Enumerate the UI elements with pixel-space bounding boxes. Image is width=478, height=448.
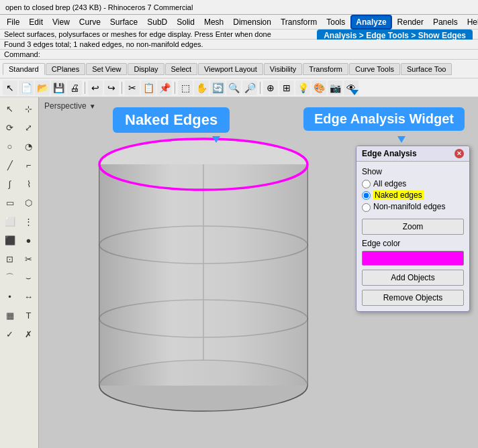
menu-transform[interactable]: Transform xyxy=(277,16,321,28)
menu-file[interactable]: File xyxy=(3,16,23,28)
lt-transform-icon[interactable]: ⟳ xyxy=(1,119,19,136)
menu-solid[interactable]: Solid xyxy=(173,16,199,28)
menu-panels[interactable]: Panels xyxy=(429,16,462,28)
edge-color-swatch[interactable] xyxy=(362,251,464,266)
menu-surface[interactable]: Surface xyxy=(106,16,142,28)
toolbar-open-icon[interactable]: 📂 xyxy=(35,80,50,95)
menu-help[interactable]: Help xyxy=(463,16,478,28)
lt-trim-icon[interactable]: ✂ xyxy=(20,250,38,268)
tab-select[interactable]: Select xyxy=(165,63,198,75)
toolbar-select-icon[interactable]: ⬚ xyxy=(178,80,193,95)
toolbar-zoom-icon[interactable]: 🔍 xyxy=(226,80,241,95)
toolbar-cut-icon[interactable]: ✂ xyxy=(125,80,140,95)
radio-nonmanifold-edges: Non-manifold edges xyxy=(362,202,464,213)
menu-tools[interactable]: Tools xyxy=(322,16,349,28)
toolbar-zoomin-icon[interactable]: 🔎 xyxy=(242,80,257,95)
widget-arrow xyxy=(397,136,405,143)
lt-line-icon[interactable]: ╱ xyxy=(1,156,19,174)
lt-row-5: ∫ ⌇ xyxy=(1,175,38,192)
lt-row-13: ✓ ✗ xyxy=(1,325,38,343)
lt-row-12: ▦ T xyxy=(1,306,38,324)
lt-surface-icon[interactable]: ⬜ xyxy=(1,213,19,230)
menu-subd[interactable]: SubD xyxy=(143,16,171,28)
lt-arc-icon[interactable]: ◔ xyxy=(20,137,38,155)
menu-edit[interactable]: Edit xyxy=(25,16,47,28)
remove-objects-button[interactable]: Remove Objects xyxy=(362,290,464,306)
lt-checkmark-icon[interactable]: ✓ xyxy=(1,325,19,343)
lt-circle-icon[interactable]: ○ xyxy=(1,137,19,155)
menu-view[interactable]: View xyxy=(48,16,74,28)
radio-all-input[interactable] xyxy=(362,180,371,188)
lt-rect-icon[interactable]: ▭ xyxy=(1,194,19,211)
toolbar-save-icon[interactable]: 💾 xyxy=(51,80,66,95)
menu-curve[interactable]: Curve xyxy=(75,16,105,28)
lt-curve-icon[interactable]: ∫ xyxy=(1,175,19,192)
toolbar-undo-icon[interactable]: ↩ xyxy=(88,80,103,95)
lt-scale-icon[interactable]: ⤢ xyxy=(20,119,38,136)
radio-nonmanifold-input[interactable] xyxy=(362,203,371,212)
lt-row-11: • ↔ xyxy=(1,288,38,305)
menu-render[interactable]: Render xyxy=(393,16,428,28)
menubar: File Edit View Curve Surface SubD Solid … xyxy=(0,15,478,30)
lt-point-icon[interactable]: • xyxy=(1,288,19,305)
lt-mesh-icon[interactable]: ⋮ xyxy=(20,213,38,230)
tab-display[interactable]: Display xyxy=(128,63,164,75)
viewport-dropdown[interactable]: ▼ xyxy=(89,103,96,110)
zoom-button[interactable]: Zoom xyxy=(362,219,464,235)
toolbar: Standard CPlanes Set View Display Select… xyxy=(0,60,478,78)
lt-text-icon[interactable]: T xyxy=(20,306,38,324)
tab-setview[interactable]: Set View xyxy=(86,63,127,75)
lt-blend-icon[interactable]: ⌣ xyxy=(20,269,38,286)
toolbar-print-icon[interactable]: 🖨 xyxy=(67,80,82,95)
tab-visibility[interactable]: Visibility xyxy=(264,63,303,75)
toolbar-pan-icon[interactable]: ✋ xyxy=(194,80,209,95)
titlebar: open to closed brep (243 KB) - Rhinocero… xyxy=(0,0,478,15)
lt-row-2: ⟳ ⤢ xyxy=(1,119,38,136)
menu-analyze[interactable]: Analyze xyxy=(350,15,391,30)
toolbar-grid-icon[interactable]: ⊞ xyxy=(279,80,294,95)
toolbar-rotate-icon[interactable]: 🔄 xyxy=(210,80,225,95)
icon-toolbar: ↖ 📄 📂 💾 🖨 ↩ ↪ ✂ 📋 📌 ⬚ ✋ 🔄 🔍 🔎 ⊕ ⊞ 💡 🎨 📷 … xyxy=(0,78,478,97)
lt-polygon-icon[interactable]: ⬡ xyxy=(20,194,38,211)
viewport[interactable]: Perspective ▼ xyxy=(39,97,478,448)
edge-analysis-panel: Edge Analysis ✕ Show All edges Naked edg… xyxy=(356,146,470,312)
toolbar-paste-icon[interactable]: 📌 xyxy=(157,80,172,95)
lt-dim-icon[interactable]: ↔ xyxy=(20,288,38,305)
toolbar-camera-icon[interactable]: 📷 xyxy=(328,80,342,95)
add-objects-button[interactable]: Add Objects xyxy=(362,270,464,286)
menu-dimension[interactable]: Dimension xyxy=(229,16,275,28)
tab-viewport-layout[interactable]: Viewport Layout xyxy=(198,63,263,75)
tab-surface-tools[interactable]: Surface Too xyxy=(401,63,452,75)
toolbar-cursor-icon[interactable]: ↖ xyxy=(3,80,17,95)
toolbar-copy-icon[interactable]: 📋 xyxy=(141,80,156,95)
menu-mesh[interactable]: Mesh xyxy=(200,16,228,28)
toolbar-sep2 xyxy=(122,82,122,94)
tab-transform[interactable]: Transform xyxy=(303,63,348,75)
lt-extrude-icon[interactable]: ⊡ xyxy=(1,250,19,268)
tab-standard[interactable]: Standard xyxy=(3,63,45,75)
toolbar-sep1 xyxy=(85,82,85,94)
toolbar-snap-icon[interactable]: ⊕ xyxy=(263,80,278,95)
radio-naked-label: Naked edges xyxy=(373,190,424,200)
lt-polyline-icon[interactable]: ⌐ xyxy=(20,156,38,174)
radio-all-label: All edges xyxy=(373,179,406,188)
lt-spline-icon[interactable]: ⌇ xyxy=(20,175,38,192)
toolbar-light-icon[interactable]: 💡 xyxy=(295,80,310,95)
tab-cplanes[interactable]: CPlanes xyxy=(46,63,86,75)
toolbar-redo-icon[interactable]: ↪ xyxy=(104,80,119,95)
toolbar-new-icon[interactable]: 📄 xyxy=(19,80,34,95)
radio-nonmanifold-label: Non-manifold edges xyxy=(373,202,445,213)
tab-curve-tools[interactable]: Curve Tools xyxy=(349,63,400,75)
lt-cursor-icon[interactable]: ↖ xyxy=(1,100,19,117)
lt-dotcursor-icon[interactable]: ⊹ xyxy=(20,100,38,117)
svg-rect-8 xyxy=(99,164,307,386)
lt-fillet-icon[interactable]: ⌒ xyxy=(1,269,19,286)
panel-close-button[interactable]: ✕ xyxy=(455,149,464,158)
naked-edges-arrow xyxy=(212,136,220,143)
lt-box-icon[interactable]: ⬛ xyxy=(1,231,19,249)
lt-cross-icon[interactable]: ✗ xyxy=(20,325,38,343)
toolbar-render-icon[interactable]: 🎨 xyxy=(312,80,326,95)
lt-hatch-icon[interactable]: ▦ xyxy=(1,306,19,324)
lt-sphere-icon[interactable]: ● xyxy=(20,231,38,249)
radio-naked-input[interactable] xyxy=(362,191,371,200)
